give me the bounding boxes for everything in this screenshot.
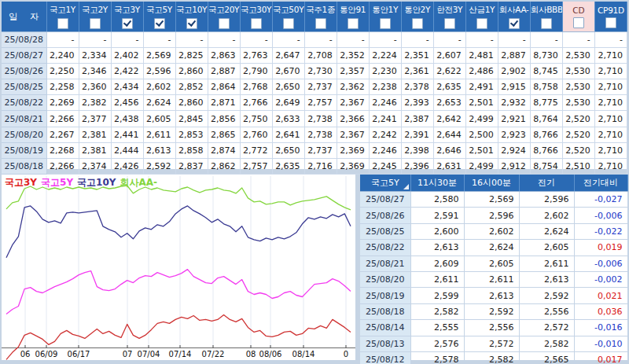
table-row[interactable]: 25/08/142,5552,5562,572-0,016: [360, 320, 627, 336]
yield-trend-chart[interactable]: 0606/0906/170707/0407/1407/220808/0608/1…: [2, 175, 355, 360]
table-row[interactable]: 25/08/192,5992,6132,5920,021: [360, 288, 627, 303]
column-checkbox-8[interactable]: [315, 18, 326, 29]
t1600-cell: 2,572: [464, 336, 519, 351]
yield-cell: 2,915: [498, 79, 530, 95]
column-header-3[interactable]: 국고5Y: [143, 2, 175, 32]
column-header-2[interactable]: 국고3Y: [111, 2, 143, 32]
column-label: 통안91: [337, 5, 369, 16]
column-header-10[interactable]: 통안1Y: [369, 2, 401, 32]
column-header-6[interactable]: 국고30Y: [240, 2, 272, 32]
bond-yield-window: { "colors": { "header_blue": "#2a6ab4", …: [0, 0, 629, 364]
table-row[interactable]: 25/08/182,2662,3742,4262,5922,8372,8622,…: [2, 158, 627, 174]
yield-cell: 2,766: [240, 95, 272, 111]
table-row[interactable]: 25/08/222,6132,6242,6050,019: [360, 240, 627, 256]
date-cell: 25/08/27: [360, 192, 410, 208]
column-header-13[interactable]: 산금1Y: [465, 2, 498, 32]
legend-item-3[interactable]: 회사AA-: [120, 177, 157, 188]
rt-header-1[interactable]: 11시30분: [410, 175, 464, 192]
column-checkbox-13[interactable]: [476, 18, 487, 29]
column-header-16[interactable]: CD: [562, 2, 594, 32]
legend-item-1[interactable]: 국고5Y: [41, 177, 73, 188]
date-cell: 25/08/28: [2, 32, 46, 48]
table-row[interactable]: 25/08/262,5912,5962,602-0,006: [360, 208, 627, 223]
yield-cell: 2,649: [272, 95, 304, 111]
yield-cell: 2,670: [272, 64, 304, 79]
column-label: 한전3Y: [434, 5, 465, 16]
date-cell: 25/08/22: [360, 240, 410, 256]
table-row[interactable]: 25/08/252,6002,6022,624-0,022: [360, 223, 627, 239]
column-header-9[interactable]: 통안91: [337, 2, 369, 32]
table-row[interactable]: 25/08/212,2662,3772,4382,6052,8452,8562,…: [2, 111, 627, 127]
rt-header-4[interactable]: 전기대비: [574, 175, 627, 192]
column-checkbox-3[interactable]: [154, 18, 165, 29]
yield-cell: 2,622: [433, 64, 465, 79]
column-checkbox-17[interactable]: [605, 17, 616, 28]
column-checkbox-15[interactable]: [541, 18, 552, 29]
yield-cell: 2,738: [304, 111, 337, 127]
t1600-cell: 2,582: [464, 351, 519, 364]
table-row[interactable]: 25/08/202,2672,3812,4412,6112,8532,8652,…: [2, 127, 627, 142]
column-checkbox-9[interactable]: [348, 18, 359, 29]
table-row[interactable]: 25/08/212,6092,6052,611-0,006: [360, 256, 627, 271]
column-checkbox-1[interactable]: [90, 18, 101, 29]
rt-header-2[interactable]: 16시00분: [464, 175, 519, 192]
table-row[interactable]: 25/08/272,5802,5692,596-0,027: [360, 192, 627, 208]
rt-header-3[interactable]: 전기: [519, 175, 574, 192]
column-checkbox-2[interactable]: [122, 18, 133, 29]
column-header-15[interactable]: 회사BBB-: [530, 2, 562, 32]
yield-cell: 2,710: [594, 127, 627, 142]
column-checkbox-14[interactable]: [509, 18, 520, 29]
column-checkbox-0[interactable]: [57, 18, 68, 29]
yield-cell: 2,456: [111, 95, 143, 111]
prev-cell: 2,624: [519, 223, 574, 239]
column-header-7[interactable]: 국고50Y: [272, 2, 304, 32]
x-tick-label: 07: [123, 350, 133, 358]
table-row[interactable]: 25/08/272,2402,3342,4022,5692,8252,8632,…: [2, 48, 627, 64]
column-checkbox-4[interactable]: [186, 18, 197, 29]
column-checkbox-5[interactable]: [219, 18, 230, 29]
yield-cell: 2,369: [337, 142, 369, 158]
rt-header-0[interactable]: 국고5Y: [360, 175, 410, 192]
column-label: 통안2Y: [402, 5, 433, 16]
t1130-cell: 2,599: [410, 288, 464, 303]
column-header-0[interactable]: 국고1Y: [46, 2, 79, 32]
column-checkbox-10[interactable]: [380, 18, 391, 29]
yield-cell: -: [111, 32, 143, 48]
yield-cell: 2,865: [208, 127, 240, 142]
legend-item-2[interactable]: 국고10Y: [77, 177, 116, 188]
yield-cell: 2,422: [111, 64, 143, 79]
table-row[interactable]: 25/08/252,2582,3602,4342,6022,8522,8642,…: [2, 79, 627, 95]
yield-cell: 2,708: [304, 48, 337, 64]
table-row[interactable]: 25/08/222,2692,3822,4562,6242,8602,8712,…: [2, 95, 627, 111]
column-header-12[interactable]: 한전3Y: [433, 2, 465, 32]
column-header-17[interactable]: CP91D: [594, 2, 627, 32]
yield-cell: 2,530: [562, 64, 594, 79]
column-checkbox-7[interactable]: [283, 18, 294, 29]
yield-chart-panel[interactable]: 0606/0906/170707/0407/1407/220808/0608/1…: [2, 175, 355, 360]
table-row[interactable]: 25/08/262,2502,3462,4222,5962,8602,8872,…: [2, 64, 627, 79]
table-row[interactable]: 25/08/182,5822,5922,5560,036: [360, 303, 627, 319]
table-row[interactable]: 25/08/202,6112,6112,613-0,002: [360, 271, 627, 287]
column-header-14[interactable]: 회사AA-: [498, 2, 530, 32]
column-header-8[interactable]: 국주1종: [304, 2, 337, 32]
column-checkbox-6[interactable]: [251, 18, 262, 29]
t1130-cell: 2,600: [410, 223, 464, 239]
column-checkbox-12[interactable]: [444, 18, 455, 29]
column-header-4[interactable]: 국고10Y: [175, 2, 208, 32]
legend-item-0[interactable]: 국고3Y: [5, 177, 37, 188]
column-header-11[interactable]: 통안2Y: [401, 2, 433, 32]
yield-cell: 2,768: [240, 79, 272, 95]
yield-cell: 2,569: [143, 48, 175, 64]
table-row[interactable]: 25/08/28------------------: [2, 32, 627, 48]
table-row[interactable]: 25/08/122,5782,5822,5650,017: [360, 351, 627, 364]
table-row[interactable]: 25/08/132,5762,5722,582-0,010: [360, 336, 627, 351]
yield-cell: 2,444: [111, 142, 143, 158]
yield-cell: 2,501: [465, 142, 498, 158]
date-cell: 25/08/25: [360, 223, 410, 239]
table-row[interactable]: 25/08/192,2682,3812,4442,6132,8582,8742,…: [2, 142, 627, 158]
column-header-5[interactable]: 국고20Y: [208, 2, 240, 32]
column-checkbox-11[interactable]: [412, 18, 423, 29]
column-checkbox-16[interactable]: [573, 17, 584, 28]
change-cell: -0,022: [574, 223, 627, 239]
column-header-1[interactable]: 국고2Y: [79, 2, 111, 32]
